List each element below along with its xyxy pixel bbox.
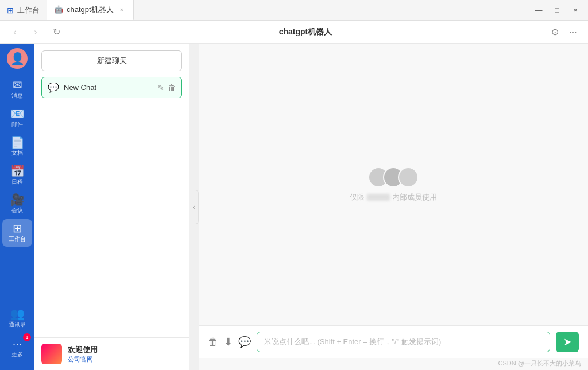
sidebar-item-workbench[interactable]: ⊞ 工作台: [2, 219, 32, 247]
workbench-sidebar-icon: ⊞: [13, 223, 22, 234]
sidebar-workbench-label: 工作台: [9, 235, 26, 243]
sidebar-more-label: 更多: [11, 350, 23, 359]
sidebar-item-contacts[interactable]: 👥 通讯录: [2, 305, 32, 332]
restricted-name-blur: [367, 194, 390, 201]
panel-left: 新建聊天 💬 New Chat ✎ 🗑 欢迎使用 公司官网: [34, 44, 189, 370]
sidebar-contacts-label: 通讯录: [9, 321, 26, 329]
minimize-button[interactable]: —: [531, 2, 547, 18]
sidebar-messages-label: 消息: [11, 92, 23, 100]
titlebar-controls: — □ ×: [531, 2, 588, 18]
sidebar-item-meeting[interactable]: 🎥 会议: [2, 190, 32, 218]
restricted-suffix: 内部成员使用: [392, 192, 437, 202]
sidebar-item-email[interactable]: 📧 邮件: [2, 104, 32, 132]
tab-workbench[interactable]: ⊞ 工作台: [0, 0, 47, 20]
settings-button[interactable]: ⊙: [547, 24, 563, 40]
restricted-notice: 仅限 内部成员使用: [350, 167, 437, 202]
chat-item-icon: 💬: [48, 82, 59, 93]
sidebar-docs-label: 文档: [11, 149, 23, 157]
send-button[interactable]: ➤: [556, 332, 579, 352]
navbar-right: ⊙ ···: [547, 24, 581, 40]
new-chat-button[interactable]: 新建聊天: [41, 50, 182, 71]
titlebar-tabs: ⊞ 工作台 🤖 chatgpt机器人 ×: [0, 0, 531, 20]
email-icon: 📧: [10, 108, 25, 119]
sidebar-email-label: 邮件: [11, 120, 23, 128]
chat-input-bar: 🗑 ⬇ 💬 ➤: [199, 325, 588, 358]
sidebar-item-more[interactable]: ··· 更多 1: [2, 334, 32, 362]
tab-chatgpt-label: chatgpt机器人: [67, 5, 114, 15]
watermark-text: CSDN @一只长不大的小菜鸟: [498, 360, 581, 367]
main-chat: 仅限 内部成员使用 🗑 ⬇ 💬 ➤ CSDN @一只长不大的小菜鸟: [199, 44, 588, 370]
footer-avatar[interactable]: [41, 344, 62, 364]
titlebar: ⊞ 工作台 🤖 chatgpt机器人 × — □ ×: [0, 0, 588, 21]
sidebar-messages-wrapper: ✉ 消息: [2, 76, 32, 104]
sidebar-meeting-label: 会议: [11, 207, 23, 215]
docs-icon: 📄: [10, 137, 25, 148]
panel-left-footer: 欢迎使用 公司官网: [34, 337, 189, 370]
panel-left-content: 新建聊天 💬 New Chat ✎ 🗑: [34, 44, 189, 337]
watermark: CSDN @一只长不大的小菜鸟: [199, 358, 588, 370]
sidebar-icons: 👤 ✉ 消息 📧 邮件 📄 文档 📅 日程 🎥 会议 ⊞ 工作台: [0, 44, 34, 370]
page-title: chatgpt机器人: [69, 27, 542, 37]
tab-chatgpt[interactable]: 🤖 chatgpt机器人 ×: [47, 0, 134, 20]
messages-icon: ✉: [13, 79, 22, 91]
back-button[interactable]: ‹: [7, 24, 23, 40]
restricted-avatar-group: [368, 167, 419, 188]
chat-list-item[interactable]: 💬 New Chat ✎ 🗑: [41, 77, 182, 98]
notification-badge: 1: [23, 333, 31, 341]
more-sidebar-icon: ···: [13, 338, 22, 349]
navbar: ‹ › ↻ chatgpt机器人 ⊙ ···: [0, 21, 588, 44]
meeting-icon: 🎥: [10, 194, 25, 205]
collapse-handle[interactable]: ‹: [189, 190, 199, 224]
sidebar-item-messages[interactable]: ✉ 消息: [2, 76, 32, 103]
restrict-avatar-3: [398, 167, 419, 188]
footer-user-info: 欢迎使用 公司官网: [68, 345, 98, 364]
chatgpt-tab-icon: 🤖: [54, 5, 63, 14]
send-icon: ➤: [563, 336, 572, 348]
company-website-link[interactable]: 公司官网: [68, 355, 98, 364]
user-avatar[interactable]: 👤: [7, 48, 28, 69]
workbench-icon: ⊞: [7, 6, 14, 15]
more-button[interactable]: ···: [565, 24, 581, 40]
delete-input-button[interactable]: 🗑: [208, 336, 218, 348]
chat-text-input[interactable]: [257, 332, 550, 352]
download-button[interactable]: ⬇: [224, 336, 233, 348]
sidebar-calendar-label: 日程: [11, 178, 23, 186]
restricted-prefix: 仅限: [350, 192, 365, 202]
sidebar-item-docs[interactable]: 📄 文档: [2, 133, 32, 161]
chat-messages: 仅限 内部成员使用: [199, 44, 588, 325]
app-area: 👤 ✉ 消息 📧 邮件 📄 文档 📅 日程 🎥 会议 ⊞ 工作台: [0, 44, 588, 370]
sidebar-item-calendar[interactable]: 📅 日程: [2, 162, 32, 189]
restore-button[interactable]: □: [549, 2, 565, 18]
contacts-icon: 👥: [10, 308, 25, 320]
forward-button[interactable]: ›: [28, 24, 44, 40]
calendar-icon: 📅: [10, 165, 25, 177]
tab-workbench-label: 工作台: [17, 5, 40, 15]
chat-item-actions: ✎ 🗑: [157, 83, 176, 92]
sidebar-bottom: 👥 通讯录 ··· 更多 1: [2, 305, 32, 370]
tab-close-button[interactable]: ×: [117, 5, 126, 14]
footer-username: 欢迎使用: [68, 345, 98, 355]
delete-chat-button[interactable]: 🗑: [168, 83, 176, 92]
share-button[interactable]: 💬: [238, 336, 251, 348]
chat-item-label: New Chat: [64, 83, 153, 92]
edit-chat-button[interactable]: ✎: [157, 83, 164, 92]
restricted-text: 仅限 内部成员使用: [350, 192, 437, 202]
close-button[interactable]: ×: [567, 2, 583, 18]
refresh-button[interactable]: ↻: [48, 24, 64, 40]
